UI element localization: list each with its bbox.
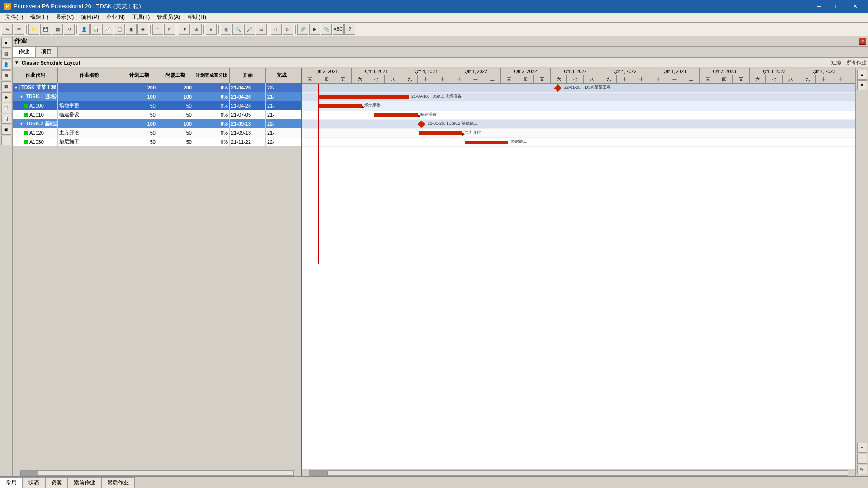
gantt-month: 九 — [600, 75, 617, 83]
layout-button[interactable]: ▦ — [52, 24, 63, 35]
table-row[interactable]: ▼ TDSK 某某工程 200 200 0% 21-04-26 22- — [13, 83, 301, 92]
zoom-out-button[interactable]: ⊟ — [256, 24, 267, 35]
zoom-in-button[interactable]: 🔍 — [232, 24, 243, 35]
hscroll-track[interactable] — [20, 470, 294, 476]
table-row[interactable]: A1010 临建搭设 50 50 0% 21-07-05 21- — [13, 110, 301, 119]
menu-edit[interactable]: 编辑(E) — [27, 13, 52, 22]
bottom-tab-status[interactable]: 状态 — [23, 477, 45, 488]
bottom-tab-successor[interactable]: 紧后作业 — [101, 477, 135, 488]
table-row[interactable]: A1000 场地平整 50 50 0% 21-04-26 21- — [13, 101, 301, 110]
col-header-start[interactable]: 开始 — [230, 68, 266, 83]
progress-button[interactable]: ▶ — [309, 24, 320, 35]
col-header-code[interactable]: 作业代码 — [13, 68, 58, 83]
col-header-dur[interactable]: 计划工期 — [121, 68, 157, 83]
indent-button[interactable]: ⫸ — [164, 24, 175, 35]
menu-admin[interactable]: 管理员(A) — [153, 13, 184, 22]
gantt-button[interactable]: ▥ — [221, 24, 231, 35]
tab-activity[interactable]: 作业 — [13, 47, 35, 57]
sidebar-btn-4[interactable]: ⊞ — [1, 70, 11, 80]
cell-start: 21-09-13 — [230, 119, 266, 128]
menu-project[interactable]: 项目(P) — [77, 13, 103, 22]
spell-button[interactable]: ABC — [333, 24, 344, 35]
sidebar-btn-10[interactable]: ⋮ — [1, 136, 11, 145]
bottom-tab-predecessor[interactable]: 紧前作业 — [68, 477, 101, 488]
col-header-pct[interactable]: 计划完成百分比 — [193, 68, 230, 83]
report-button[interactable]: 📋 — [114, 24, 125, 35]
hscroll-thumb[interactable] — [20, 471, 38, 475]
bottom-tab-resource[interactable]: 资源 — [45, 477, 68, 488]
columns-button[interactable]: # — [206, 24, 217, 35]
col-header-remain[interactable]: 尚需工期 — [157, 68, 193, 83]
menu-file[interactable]: 文件(F) — [2, 13, 27, 22]
cut-button[interactable]: ✂ — [14, 24, 24, 35]
col-header-finish[interactable]: 完成 — [266, 68, 297, 83]
baseline-button[interactable]: ◈ — [137, 24, 148, 35]
sidebar-btn-5[interactable]: ▦ — [1, 81, 11, 91]
maximize-button[interactable]: □ — [828, 0, 846, 13]
save-button[interactable]: 💾 — [40, 24, 51, 35]
right-sidebar-btn-4[interactable]: - — [857, 454, 867, 464]
right-sidebar-btn-5[interactable]: % — [857, 465, 867, 474]
open-button[interactable]: 📁 — [28, 24, 39, 35]
gantt-bar-label: 22-01-28, TDSK 某某工程 — [564, 84, 611, 90]
window-close-button[interactable]: ✕ — [859, 38, 866, 45]
zoom-fit-button[interactable]: 🔎 — [244, 24, 255, 35]
gantt-hscroll-thumb[interactable] — [310, 471, 328, 475]
level-button[interactable]: ≡ — [152, 24, 163, 35]
sidebar-btn-7[interactable]: 📋 — [1, 103, 11, 113]
gantt-month: 十 — [633, 75, 650, 83]
table-pane: 作业代码 作业名称 计划工期 尚需工期 计划完成百分比 开始 完成 ▼ — [13, 68, 302, 476]
menu-view[interactable]: 显示(V) — [52, 13, 77, 22]
help2-button[interactable]: ? — [344, 24, 355, 35]
cell-dur: 50 — [121, 110, 157, 119]
sidebar-btn-6[interactable]: ◈ — [1, 92, 11, 102]
bottom-tab-common[interactable]: 常用 — [0, 477, 23, 488]
sidebar-btn-3[interactable]: 👤 — [1, 60, 11, 70]
right-sidebar-btn-2[interactable]: ▼ — [857, 80, 867, 90]
menu-tools[interactable]: 工具(T) — [128, 13, 153, 22]
bar-chart-button[interactable]: 📈 — [102, 24, 113, 35]
menu-help[interactable]: 帮助(H) — [184, 13, 210, 22]
sidebar-btn-1[interactable]: ■ — [1, 38, 11, 48]
cell-code: ▼ TDSK 某某工程 — [13, 83, 58, 92]
cell-code: ▼ TDSK.1 进场准备 — [13, 92, 58, 101]
resource-button[interactable]: 👤 — [79, 24, 90, 35]
link-button[interactable]: 🔗 — [297, 24, 308, 35]
sidebar-btn-9[interactable]: ▣ — [1, 125, 11, 135]
menu-enterprise[interactable]: 企业(N) — [103, 13, 128, 22]
table-row[interactable]: A1030 垫层施工 50 50 0% 21-11-22 22- — [13, 137, 301, 146]
expand-icon[interactable]: ▼ — [19, 94, 24, 99]
close-button[interactable]: ✕ — [846, 0, 864, 13]
gantt-qtr-2: Qtr 3, 2021 — [352, 68, 401, 75]
chart-button[interactable]: 📊 — [90, 24, 101, 35]
group-button[interactable]: ⊞ — [191, 24, 202, 35]
tab-project[interactable]: 项目 — [35, 47, 58, 57]
table-hscroll[interactable] — [13, 469, 301, 476]
gantt-hscroll[interactable] — [302, 469, 855, 476]
view-collapse[interactable]: ▼ — [14, 60, 19, 65]
assign-button[interactable]: 📎 — [321, 24, 332, 35]
gantt-hscroll-track[interactable] — [309, 470, 848, 476]
table-row[interactable]: ▼ TDSK.1 进场准备 100 100 0% 21-04-26 21- — [13, 92, 301, 101]
expand-icon[interactable]: ▼ — [19, 122, 24, 126]
refresh-button[interactable]: ↻ — [64, 24, 75, 35]
cell-remain: 50 — [157, 128, 193, 137]
expand-icon[interactable]: ▼ — [14, 85, 18, 90]
activity-button[interactable]: ▣ — [126, 24, 137, 35]
left-sidebar: ■ ▤ 👤 ⊞ ▦ ◈ 📋 📊 ▣ ⋮ — [0, 36, 13, 476]
gantt-milestone — [554, 84, 562, 92]
scroll-right-button[interactable]: ▷ — [283, 24, 293, 35]
table-row[interactable]: ▼ TDSK.2 基础施工 100 100 0% 21-09-13 22- — [13, 119, 301, 128]
table-row[interactable]: A1020 土方开挖 50 50 0% 21-09-13 21- — [13, 128, 301, 137]
minimize-button[interactable]: ─ — [810, 0, 828, 13]
print-button[interactable]: 🖨 — [2, 24, 13, 35]
sidebar-btn-2[interactable]: ▤ — [1, 49, 11, 59]
gantt-dateline — [318, 84, 319, 264]
sidebar-btn-8[interactable]: 📊 — [1, 114, 11, 124]
right-sidebar-btn-1[interactable]: ▲ — [857, 70, 867, 80]
scroll-left-button[interactable]: ◁ — [271, 24, 282, 35]
right-sidebar-btn-3[interactable]: + — [857, 443, 867, 453]
gantt-bar-label: 临建搭设 — [420, 112, 437, 117]
filter-button[interactable]: ▾ — [179, 24, 190, 35]
col-header-name[interactable]: 作业名称 — [58, 68, 121, 83]
